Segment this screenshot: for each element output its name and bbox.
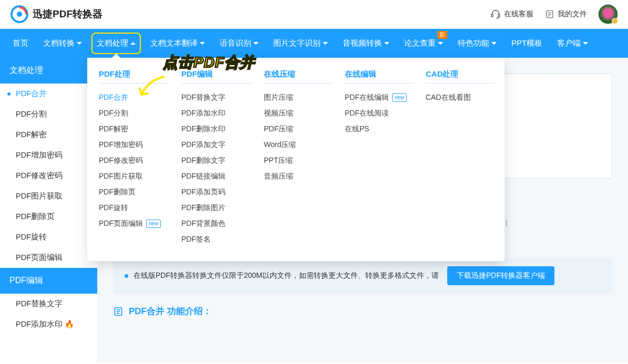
mega-item[interactable]: 视频压缩 xyxy=(264,106,345,121)
my-files-link[interactable]: 我的文件 xyxy=(545,9,587,19)
mega-item[interactable]: PDF增加密码 xyxy=(99,137,181,153)
nav-item-7[interactable]: 论文查重新 xyxy=(397,29,450,58)
mega-item[interactable]: PDF删除文字 xyxy=(181,153,264,169)
sidebar-item[interactable]: PDF图片获取 xyxy=(0,186,97,206)
nav-label: 文档文本翻译 xyxy=(150,38,198,48)
sidebar-item[interactable]: PDF页面编辑 xyxy=(0,247,97,268)
sidebar-head-1: 文档处理 xyxy=(0,58,97,84)
mega-item-label: PDF图片获取 xyxy=(99,172,143,181)
new-tag: new xyxy=(146,220,161,228)
mega-item[interactable]: PDF旋转 xyxy=(99,200,181,216)
mega-item-label: 音频压缩 xyxy=(264,172,293,181)
intro-heading: PDF合并 功能介绍： xyxy=(113,305,612,317)
sidebar-item[interactable]: PDF修改密码 xyxy=(0,165,97,186)
nav-item-5[interactable]: 图片文字识别 xyxy=(266,29,335,58)
nav-item-8[interactable]: 特色功能 xyxy=(450,29,504,58)
mega-item[interactable]: PDF删除水印 xyxy=(181,121,264,137)
annotation-callout: 点击PDF合并 xyxy=(163,53,255,72)
mega-item[interactable]: PPT压缩 xyxy=(264,153,345,169)
sidebar: 文档处理 PDF合并PDF分割PDF解密PDF增加密码PDF修改密码PDF图片获… xyxy=(0,58,97,362)
mega-item[interactable]: PDF页面编辑new xyxy=(99,216,181,232)
mega-item[interactable]: PDF在线编辑new xyxy=(345,90,426,106)
mega-item[interactable]: PDF链接编辑 xyxy=(181,169,264,184)
nav-label: 文档转换 xyxy=(43,38,75,48)
headset-icon xyxy=(490,9,501,19)
mega-item-label: PDF链接编辑 xyxy=(181,172,225,181)
mega-col: 在线编辑PDF在线编辑newPDF在线阅读在线PS xyxy=(345,69,426,247)
mega-item-label: PDF压缩 xyxy=(264,124,293,134)
nav-item-1[interactable]: 文档转换 xyxy=(36,29,89,58)
notice-bar: 在线版PDF转换器转换文件仅限于200M以内文件，如需转换更大文件、转换更多格式… xyxy=(113,258,612,294)
annotation-arrow-icon xyxy=(138,74,169,100)
mega-item-label: PDF签名 xyxy=(181,235,211,244)
mega-item[interactable]: PDF图片获取 xyxy=(99,169,181,184)
mega-item[interactable]: PDF添加页码 xyxy=(181,184,264,200)
sidebar-item[interactable]: PDF删除页 xyxy=(0,206,97,227)
sidebar-item[interactable]: PDF分割 xyxy=(0,104,97,124)
mega-item[interactable]: PDF压缩 xyxy=(264,121,345,137)
mega-item[interactable]: PDF添加水印 xyxy=(181,106,264,121)
hot-icon: 🔥 xyxy=(65,320,74,328)
mega-item-label: PDF添加页码 xyxy=(181,188,225,197)
mega-item[interactable]: CAD在线看图 xyxy=(426,90,507,106)
mega-item-label: PDF删除页 xyxy=(99,188,136,197)
mega-col: 在线压缩图片压缩视频压缩PDF压缩Word压缩PPT压缩音频压缩 xyxy=(264,69,345,247)
nav-label: 语音识别 xyxy=(220,38,251,48)
nav-label: 图片文字识别 xyxy=(273,38,321,48)
download-client-button[interactable]: 下载迅捷PDF转换器客户端 xyxy=(447,266,554,285)
nav-item-0[interactable]: 首页 xyxy=(5,29,36,58)
mega-item-label: PDF分割 xyxy=(99,109,128,118)
sidebar-item[interactable]: PDF旋转 xyxy=(0,227,97,247)
mega-head: 在线编辑 xyxy=(345,69,414,84)
mega-item-label: PDF添加水印 xyxy=(181,109,225,118)
caret-icon xyxy=(200,42,205,47)
notice-text: 在线版PDF转换器转换文件仅限于200M以内文件，如需转换更大文件、转换更多格式… xyxy=(133,271,439,280)
main-nav: 首页文档转换文档处理文档文本翻译语音识别图片文字识别音视频转换论文查重新特色功能… xyxy=(0,29,628,58)
caret-icon xyxy=(438,42,443,47)
mega-item[interactable]: 图片压缩 xyxy=(264,90,345,106)
mega-item[interactable]: Word压缩 xyxy=(264,137,345,153)
mega-item-label: PDF修改密码 xyxy=(99,156,143,165)
nav-item-2[interactable]: 文档处理 xyxy=(89,29,143,58)
mega-item[interactable]: PDF替换文字 xyxy=(181,90,264,106)
nav-label: PPT模板 xyxy=(511,38,542,48)
avatar[interactable] xyxy=(599,5,617,24)
mega-item[interactable]: 在线PS xyxy=(345,121,426,137)
sidebar-head-2: PDF编辑 xyxy=(0,268,97,294)
nav-item-10[interactable]: 客户端 xyxy=(550,29,595,58)
nav-item-9[interactable]: PPT模板 xyxy=(504,29,550,58)
mega-item-label: PDF增加密码 xyxy=(99,140,143,150)
support-link[interactable]: 在线客服 xyxy=(490,9,533,19)
mega-item-label: Word压缩 xyxy=(264,140,296,150)
sidebar-item[interactable]: PDF添加水印🔥 xyxy=(0,314,97,335)
mega-item[interactable]: 音频压缩 xyxy=(264,169,345,184)
sidebar-item[interactable]: PDF替换文字 xyxy=(0,294,97,314)
mega-item-label: PPT压缩 xyxy=(264,156,293,165)
mega-item-label: PDF背景颜色 xyxy=(181,219,225,228)
mega-head: 在线压缩 xyxy=(264,69,333,84)
mega-item[interactable]: PDF修改密码 xyxy=(99,153,181,169)
mega-item-label: 视频压缩 xyxy=(264,109,293,118)
svg-point-1 xyxy=(17,12,22,17)
doc-icon xyxy=(113,306,123,317)
mega-item-label: PDF旋转 xyxy=(99,203,128,213)
logo[interactable]: 迅捷PDF转换器 xyxy=(11,5,102,23)
mega-item[interactable]: PDF分割 xyxy=(99,106,181,121)
mega-item[interactable]: PDF添加文字 xyxy=(181,137,264,153)
mega-item[interactable]: PDF背景颜色 xyxy=(181,216,264,232)
sidebar-item[interactable]: PDF增加密码 xyxy=(0,145,97,165)
mega-item[interactable]: PDF删除图片 xyxy=(181,200,264,216)
mega-item-label: CAD在线看图 xyxy=(426,93,471,102)
file-icon xyxy=(545,9,554,19)
mega-col: CAD处理CAD在线看图 xyxy=(426,69,507,247)
nav-item-6[interactable]: 音视频转换 xyxy=(335,29,397,58)
sidebar-item[interactable]: PDF合并 xyxy=(0,84,97,104)
mega-item[interactable]: PDF删除页 xyxy=(99,184,181,200)
new-tag: new xyxy=(392,93,407,102)
mega-item[interactable]: PDF在线阅读 xyxy=(345,106,426,121)
mega-item[interactable]: PDF签名 xyxy=(181,232,264,247)
sidebar-item[interactable]: PDF解密 xyxy=(0,124,97,145)
caret-icon xyxy=(77,42,82,47)
mega-item[interactable]: PDF解密 xyxy=(99,121,181,137)
bullet-icon xyxy=(125,274,128,278)
